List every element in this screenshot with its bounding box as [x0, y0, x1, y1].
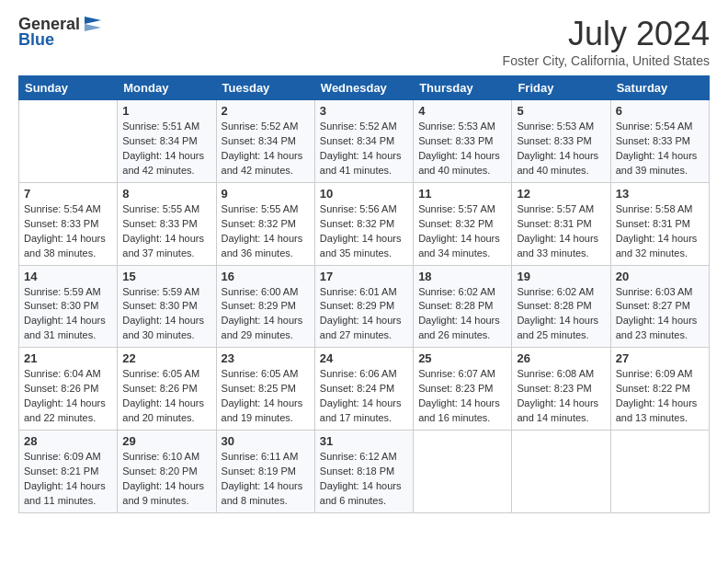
day-info: Sunrise: 5:58 AM Sunset: 8:31 PM Dayligh… — [616, 202, 704, 261]
logo: General Blue — [18, 15, 102, 50]
day-info: Sunrise: 5:55 AM Sunset: 8:33 PM Dayligh… — [122, 202, 210, 261]
day-info: Sunrise: 6:02 AM Sunset: 8:28 PM Dayligh… — [418, 285, 506, 344]
day-info: Sunrise: 6:04 AM Sunset: 8:26 PM Dayligh… — [24, 367, 112, 426]
logo-blue-text: Blue — [18, 30, 54, 50]
week-row-3: 14Sunrise: 5:59 AM Sunset: 8:30 PM Dayli… — [19, 265, 710, 348]
day-info: Sunrise: 5:57 AM Sunset: 8:31 PM Dayligh… — [517, 202, 605, 261]
calendar-cell: 27Sunrise: 6:09 AM Sunset: 8:22 PM Dayli… — [610, 348, 709, 431]
calendar-cell: 26Sunrise: 6:08 AM Sunset: 8:23 PM Dayli… — [512, 348, 610, 431]
day-info: Sunrise: 6:10 AM Sunset: 8:20 PM Dayligh… — [122, 450, 210, 509]
calendar-cell: 14Sunrise: 5:59 AM Sunset: 8:30 PM Dayli… — [19, 265, 118, 348]
day-info: Sunrise: 5:52 AM Sunset: 8:34 PM Dayligh… — [222, 120, 310, 178]
day-number: 13 — [616, 187, 704, 201]
day-number: 3 — [320, 104, 408, 118]
calendar-cell: 19Sunrise: 6:02 AM Sunset: 8:28 PM Dayli… — [512, 265, 610, 348]
day-number: 14 — [24, 270, 112, 283]
calendar-cell: 10Sunrise: 5:56 AM Sunset: 8:32 PM Dayli… — [314, 182, 413, 265]
day-info: Sunrise: 6:12 AM Sunset: 8:18 PM Dayligh… — [320, 450, 408, 509]
weekday-header-monday: Monday — [118, 76, 216, 100]
day-number: 19 — [517, 270, 605, 283]
calendar-cell: 8Sunrise: 5:55 AM Sunset: 8:33 PM Daylig… — [118, 182, 216, 265]
day-number: 29 — [122, 434, 210, 448]
calendar-cell: 11Sunrise: 5:57 AM Sunset: 8:32 PM Dayli… — [414, 182, 512, 265]
day-info: Sunrise: 5:55 AM Sunset: 8:32 PM Dayligh… — [222, 202, 310, 261]
calendar-cell: 5Sunrise: 5:53 AM Sunset: 8:33 PM Daylig… — [512, 100, 610, 183]
day-info: Sunrise: 6:07 AM Sunset: 8:23 PM Dayligh… — [418, 367, 506, 426]
svg-marker-1 — [85, 24, 101, 31]
logo-flag-icon — [81, 17, 101, 33]
day-info: Sunrise: 5:52 AM Sunset: 8:34 PM Dayligh… — [320, 120, 408, 178]
day-info: Sunrise: 5:54 AM Sunset: 8:33 PM Dayligh… — [24, 202, 112, 261]
calendar-cell: 25Sunrise: 6:07 AM Sunset: 8:23 PM Dayli… — [414, 348, 512, 431]
day-number: 31 — [320, 434, 408, 448]
day-info: Sunrise: 5:59 AM Sunset: 8:30 PM Dayligh… — [122, 285, 210, 344]
calendar-cell: 24Sunrise: 6:06 AM Sunset: 8:24 PM Dayli… — [314, 348, 413, 431]
day-number: 9 — [222, 187, 310, 201]
calendar-table: SundayMondayTuesdayWednesdayThursdayFrid… — [18, 75, 710, 513]
calendar-cell: 2Sunrise: 5:52 AM Sunset: 8:34 PM Daylig… — [216, 100, 314, 183]
calendar-cell: 15Sunrise: 5:59 AM Sunset: 8:30 PM Dayli… — [118, 265, 216, 348]
calendar-cell: 30Sunrise: 6:11 AM Sunset: 8:19 PM Dayli… — [216, 431, 314, 513]
calendar-cell: 16Sunrise: 6:00 AM Sunset: 8:29 PM Dayli… — [216, 265, 314, 348]
weekday-header-wednesday: Wednesday — [314, 76, 413, 100]
day-info: Sunrise: 6:05 AM Sunset: 8:25 PM Dayligh… — [222, 367, 310, 426]
calendar-cell: 13Sunrise: 5:58 AM Sunset: 8:31 PM Dayli… — [610, 182, 709, 265]
week-row-4: 21Sunrise: 6:04 AM Sunset: 8:26 PM Dayli… — [19, 348, 710, 431]
day-number: 12 — [517, 187, 605, 201]
week-row-2: 7Sunrise: 5:54 AM Sunset: 8:33 PM Daylig… — [19, 182, 710, 265]
day-number: 11 — [418, 187, 506, 201]
calendar-cell — [610, 431, 709, 513]
day-info: Sunrise: 6:02 AM Sunset: 8:28 PM Dayligh… — [517, 285, 605, 344]
calendar-cell: 7Sunrise: 5:54 AM Sunset: 8:33 PM Daylig… — [19, 182, 118, 265]
svg-marker-0 — [85, 17, 101, 24]
day-number: 7 — [24, 187, 112, 201]
day-info: Sunrise: 5:53 AM Sunset: 8:33 PM Dayligh… — [418, 120, 506, 178]
day-info: Sunrise: 5:57 AM Sunset: 8:32 PM Dayligh… — [418, 202, 506, 261]
day-number: 4 — [418, 104, 506, 118]
location-subtitle: Foster City, California, United States — [503, 53, 710, 68]
day-info: Sunrise: 6:00 AM Sunset: 8:29 PM Dayligh… — [222, 285, 310, 344]
weekday-header-friday: Friday — [512, 76, 610, 100]
day-info: Sunrise: 6:06 AM Sunset: 8:24 PM Dayligh… — [320, 367, 408, 426]
day-number: 6 — [616, 104, 704, 118]
day-number: 27 — [616, 351, 704, 365]
week-row-1: 1Sunrise: 5:51 AM Sunset: 8:34 PM Daylig… — [19, 100, 710, 183]
day-info: Sunrise: 6:03 AM Sunset: 8:27 PM Dayligh… — [616, 285, 704, 344]
calendar-cell: 3Sunrise: 5:52 AM Sunset: 8:34 PM Daylig… — [314, 100, 413, 183]
calendar-cell: 29Sunrise: 6:10 AM Sunset: 8:20 PM Dayli… — [118, 431, 216, 513]
day-number: 20 — [616, 270, 704, 283]
day-number: 5 — [517, 104, 605, 118]
calendar-cell: 20Sunrise: 6:03 AM Sunset: 8:27 PM Dayli… — [610, 265, 709, 348]
day-info: Sunrise: 5:54 AM Sunset: 8:33 PM Dayligh… — [616, 120, 704, 178]
calendar-cell: 31Sunrise: 6:12 AM Sunset: 8:18 PM Dayli… — [314, 431, 413, 513]
calendar-cell: 1Sunrise: 5:51 AM Sunset: 8:34 PM Daylig… — [118, 100, 216, 183]
day-number: 30 — [222, 434, 310, 448]
day-info: Sunrise: 5:59 AM Sunset: 8:30 PM Dayligh… — [24, 285, 112, 344]
calendar-cell — [19, 100, 118, 183]
day-number: 10 — [320, 187, 408, 201]
day-info: Sunrise: 5:53 AM Sunset: 8:33 PM Dayligh… — [517, 120, 605, 178]
calendar-cell — [414, 431, 512, 513]
day-number: 1 — [122, 104, 210, 118]
calendar-cell: 28Sunrise: 6:09 AM Sunset: 8:21 PM Dayli… — [19, 431, 118, 513]
calendar-cell: 4Sunrise: 5:53 AM Sunset: 8:33 PM Daylig… — [414, 100, 512, 183]
day-number: 16 — [222, 270, 310, 283]
calendar-cell: 17Sunrise: 6:01 AM Sunset: 8:29 PM Dayli… — [314, 265, 413, 348]
calendar-cell: 21Sunrise: 6:04 AM Sunset: 8:26 PM Dayli… — [19, 348, 118, 431]
day-number: 18 — [418, 270, 506, 283]
calendar-cell: 18Sunrise: 6:02 AM Sunset: 8:28 PM Dayli… — [414, 265, 512, 348]
calendar-cell: 22Sunrise: 6:05 AM Sunset: 8:26 PM Dayli… — [118, 348, 216, 431]
calendar-cell: 12Sunrise: 5:57 AM Sunset: 8:31 PM Dayli… — [512, 182, 610, 265]
weekday-header-saturday: Saturday — [610, 76, 709, 100]
day-info: Sunrise: 6:09 AM Sunset: 8:21 PM Dayligh… — [24, 450, 112, 509]
weekday-header-thursday: Thursday — [414, 76, 512, 100]
day-number: 26 — [517, 351, 605, 365]
day-number: 8 — [122, 187, 210, 201]
day-number: 23 — [222, 351, 310, 365]
day-number: 15 — [122, 270, 210, 283]
day-info: Sunrise: 5:56 AM Sunset: 8:32 PM Dayligh… — [320, 202, 408, 261]
day-number: 17 — [320, 270, 408, 283]
calendar-cell — [512, 431, 610, 513]
calendar-cell: 6Sunrise: 5:54 AM Sunset: 8:33 PM Daylig… — [610, 100, 709, 183]
day-info: Sunrise: 6:05 AM Sunset: 8:26 PM Dayligh… — [122, 367, 210, 426]
